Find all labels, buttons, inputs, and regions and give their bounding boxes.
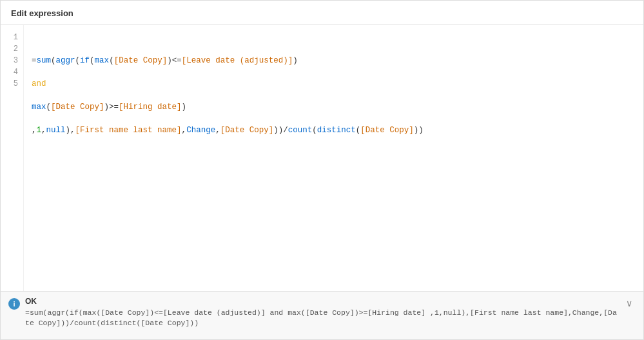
status-text-area: OK =sum(aggr(if(max([Date Copy])<=[Leave…: [25, 297, 618, 328]
status-ok-label: OK: [25, 297, 618, 306]
editor-area[interactable]: 1 2 3 4 5 =sum(aggr(if(max([Date Copy])<…: [1, 25, 643, 291]
code-editor[interactable]: =sum(aggr(if(max([Date Copy])<=[Leave da…: [24, 25, 643, 291]
dialog-header: Edit expression: [1, 1, 643, 25]
line-number-4: 4: [1, 66, 23, 78]
info-icon-circle: i: [8, 298, 20, 310]
info-icon: i: [13, 300, 15, 308]
line-number-2: 2: [1, 43, 23, 55]
code-line-2: =sum(aggr(if(max([Date Copy])<=[Leave da…: [32, 55, 636, 66]
dialog-title: Edit expression: [11, 8, 73, 18]
status-expression-text: =sum(aggr(if(max([Date Copy])<=[Leave da…: [25, 308, 618, 328]
code-line-1: [32, 43, 636, 55]
collapse-button[interactable]: ∨: [623, 297, 636, 310]
line-numbers: 1 2 3 4 5: [1, 25, 24, 291]
code-line-5: ,1,null),[First name last name],Change,[…: [32, 125, 636, 136]
edit-expression-dialog: Edit expression 1 2 3 4 5 =sum(aggr(if(m…: [0, 0, 644, 340]
code-line-4: max([Date Copy])>=[Hiring date]): [32, 101, 636, 113]
code-line-3: and: [32, 78, 636, 90]
status-bar: i OK =sum(aggr(if(max([Date Copy])<=[Lea…: [1, 291, 643, 339]
line-number-1: 1: [1, 32, 23, 43]
line-number-3: 3: [1, 55, 23, 66]
line-number-5: 5: [1, 78, 23, 90]
